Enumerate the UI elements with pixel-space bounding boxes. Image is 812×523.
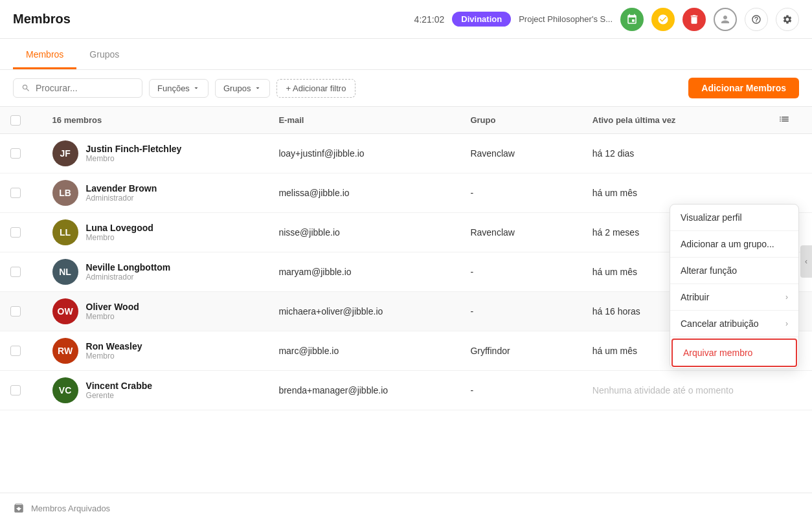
member-email: melissa@jibble.io [278,188,349,198]
member-role: Gerente [86,391,152,400]
member-email: marc@jibble.io [278,346,339,356]
member-details: Oliver Wood Membro [86,302,139,321]
row-checkbox[interactable] [10,188,21,198]
context-menu: Visualizar perfil Adicionar a um grupo..… [670,204,799,369]
grupos-chevron-icon [254,84,262,92]
archived-members-label[interactable]: Membros Arquivados [31,504,110,513]
menu-assign[interactable]: Atribuir › [670,284,798,310]
row-checkbox[interactable] [10,148,21,159]
member-active: há um mês [592,346,637,356]
clock-display: 4:21:02 [414,14,445,25]
add-members-button[interactable]: Adicionar Membros [688,78,799,98]
row-checkbox-cell [0,331,42,371]
grupos-filter[interactable]: Grupos [215,79,270,98]
header-count: 16 membros [42,107,269,134]
search-input[interactable] [36,83,126,93]
header-checkbox-col [0,107,42,134]
member-group-cell: Ravenclaw [460,213,581,252]
member-role: Membro [86,233,153,242]
menu-cancel-assign[interactable]: Cancelar atribuição › [670,311,798,337]
member-email: nisse@jibble.io [278,227,339,238]
member-info: VC Vincent Crabbe Gerente [52,377,258,403]
row-checkbox[interactable] [10,267,21,277]
row-checkbox-cell [0,134,42,173]
header-actions: 4:21:02 Divination Project Philosopher's… [414,8,799,31]
member-role: Administrador [86,273,171,282]
search-box[interactable] [13,78,142,98]
menu-change-role[interactable]: Alterar função [670,258,798,284]
table-header-row: 16 membros E-mail Grupo Ativo pela últim… [0,107,812,134]
member-name: Neville Longbottom [86,262,171,273]
row-checkbox[interactable] [10,227,21,238]
member-avatar: NL [52,259,78,285]
menu-view-profile[interactable]: Visualizar perfil [670,205,798,230]
avatar-yellow[interactable] [651,8,675,31]
member-group-cell: - [460,173,581,213]
member-email-cell: loay+justinf@jibble.io [268,134,460,173]
member-group-cell: - [460,371,581,410]
funcoes-chevron-icon [192,84,200,92]
member-email-cell: marc@jibble.io [268,331,460,371]
member-group-cell: - [460,292,581,331]
menu-add-group[interactable]: Adicionar a um grupo... [670,231,798,257]
member-group: Ravenclaw [470,148,514,159]
search-icon [21,83,30,93]
header: Membros 4:21:02 Divination Project Philo… [0,0,812,39]
member-avatar: VC [52,377,78,403]
member-info: LL Luna Lovegood Membro [52,219,258,245]
row-checkbox[interactable] [10,346,21,356]
row-checkbox-cell [0,371,42,410]
row-checkbox[interactable] [10,385,21,395]
tabs-nav: Membros Grupos [0,39,812,70]
table-row: JF Justin Finch-Fletchley Membro loay+ju… [0,134,812,173]
member-active: há 16 horas [592,306,640,317]
archive-icon [13,502,25,514]
member-active-cell: há 12 dias [582,134,756,173]
columns-icon[interactable] [778,113,790,125]
member-info-cell: LB Lavender Brown Administrador [42,173,269,213]
avatar-green[interactable] [620,8,644,31]
header-active: Ativo pela última vez [582,107,756,134]
member-action-cell [756,134,812,173]
tab-grupos[interactable]: Grupos [76,39,132,69]
header-action [756,107,812,134]
member-email: maryam@jibble.io [278,267,351,277]
member-email-cell: michaera+oliver@jibble.io [268,292,460,331]
help-button[interactable] [745,8,768,31]
row-checkbox[interactable] [10,306,21,317]
member-group: - [470,188,473,198]
select-all-checkbox[interactable] [10,115,21,126]
menu-archive-member[interactable]: Arquivar membro [671,339,797,367]
member-info: RW Ron Weasley Membro [52,338,258,364]
member-email-cell: nisse@jibble.io [268,213,460,252]
member-name: Ron Weasley [86,341,142,351]
member-active: há um mês [592,188,637,198]
member-action-cell [756,371,812,410]
settings-button[interactable] [776,8,799,31]
tab-membros[interactable]: Membros [13,39,76,69]
member-group: Ravenclaw [470,227,514,238]
member-name: Vincent Crabbe [86,381,152,391]
row-checkbox-cell [0,213,42,252]
funcoes-filter[interactable]: Funções [149,79,209,98]
member-info: LB Lavender Brown Administrador [52,180,258,206]
member-info: OW Oliver Wood Membro [52,298,258,324]
member-details: Vincent Crabbe Gerente [86,381,152,400]
avatar-red[interactable] [682,8,706,31]
member-active-cell: Nenhuma atividade até o momento [582,371,756,410]
member-avatar: LB [52,180,78,206]
member-info-cell: NL Neville Longbottom Administrador [42,252,269,292]
avatar-outline[interactable] [714,8,737,31]
table-row: VC Vincent Crabbe Gerente brenda+manager… [0,371,812,410]
member-role: Administrador [86,194,157,203]
member-active: há 2 meses [592,227,639,238]
member-group-cell: Gryffindor [460,331,581,371]
header-email: E-mail [268,107,460,134]
add-filter-button[interactable]: + Adicionar filtro [276,79,356,98]
divination-badge[interactable]: Divination [452,12,511,27]
member-details: Neville Longbottom Administrador [86,262,171,282]
member-avatar: OW [52,298,78,324]
header-group: Grupo [460,107,581,134]
member-info-cell: JF Justin Finch-Fletchley Membro [42,134,269,173]
sidebar-toggle[interactable]: ‹ [800,245,812,278]
